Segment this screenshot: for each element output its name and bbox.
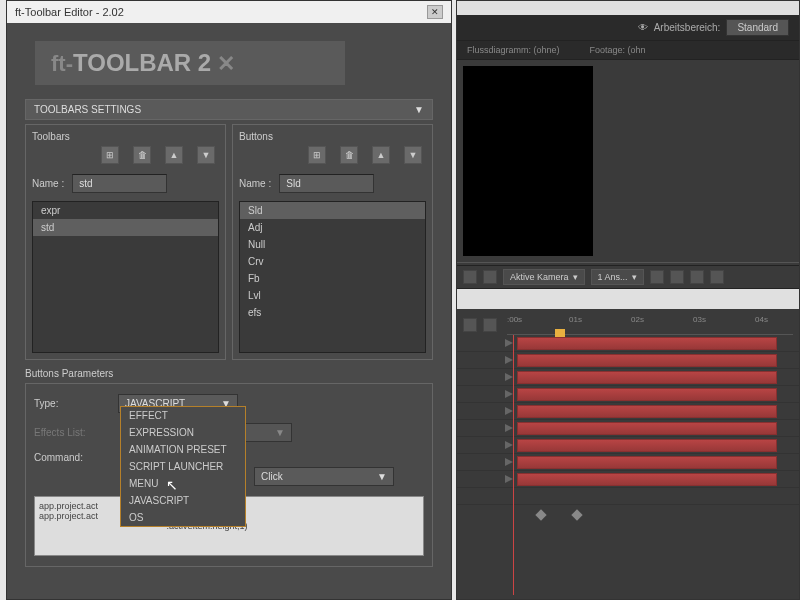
- menu-item-javascript[interactable]: JAVASCRIPT: [121, 492, 245, 509]
- list-item[interactable]: Crv: [240, 253, 425, 270]
- list-item[interactable]: Sld: [240, 202, 425, 219]
- expand-icon[interactable]: [505, 339, 513, 347]
- chevron-down-icon: ▾: [632, 272, 637, 282]
- click-dropdown[interactable]: Click ▼: [254, 467, 394, 486]
- workspace-label: Arbeitsbereich:: [654, 22, 721, 33]
- tool-icon[interactable]: [690, 270, 704, 284]
- list-item[interactable]: expr: [33, 202, 218, 219]
- close-icon[interactable]: ✕: [427, 5, 443, 19]
- buttons-panel: Buttons ⊞ 🗑 ▲ ▼ Name : Sld Adj Null Crv …: [232, 124, 433, 360]
- expand-icon[interactable]: [505, 390, 513, 398]
- expand-icon[interactable]: [505, 407, 513, 415]
- mask-icon[interactable]: [483, 270, 497, 284]
- keyframe-icon[interactable]: [535, 509, 546, 520]
- table-row[interactable]: [457, 386, 799, 403]
- name-label: Name :: [239, 178, 271, 189]
- chevron-down-icon: ▼: [414, 104, 424, 115]
- chevron-down-icon: ▾: [573, 272, 578, 282]
- time-ruler[interactable]: :00s 01s 02s 03s 04s: [507, 315, 793, 335]
- timeline-rows: [457, 335, 799, 517]
- window-title: ft-Toolbar Editor - 2.02: [15, 6, 124, 18]
- table-row[interactable]: [457, 335, 799, 352]
- tl-icon[interactable]: [483, 318, 497, 332]
- menu-item-os[interactable]: OS: [121, 509, 245, 526]
- views-dropdown[interactable]: 1 Ans...▾: [591, 269, 644, 285]
- add-icon[interactable]: ⊞: [101, 146, 119, 164]
- workspace-dropdown[interactable]: Standard: [726, 19, 789, 36]
- table-row[interactable]: [457, 488, 799, 505]
- table-row[interactable]: [457, 437, 799, 454]
- tab-footage[interactable]: Footage: (ohn: [590, 45, 646, 55]
- expand-icon[interactable]: [505, 356, 513, 364]
- ae-window: 👁 Arbeitsbereich: Standard Flussdiagramm…: [456, 0, 800, 600]
- toolbars-panel: Toolbars ⊞ 🗑 ▲ ▼ Name : expr std: [25, 124, 226, 360]
- list-item[interactable]: Adj: [240, 219, 425, 236]
- preview-viewport[interactable]: [463, 66, 593, 256]
- expand-icon[interactable]: [505, 441, 513, 449]
- table-row[interactable]: [457, 403, 799, 420]
- menu-item-menu[interactable]: MENU: [121, 475, 245, 492]
- table-row[interactable]: [457, 454, 799, 471]
- logo-area: ft-TOOLBAR 2 ✕: [7, 23, 451, 95]
- eye-icon[interactable]: 👁: [638, 22, 648, 33]
- menu-item-effect[interactable]: EFFECT: [121, 407, 245, 424]
- type-menu: EFFECT EXPRESSION ANIMATION PRESET SCRIP…: [120, 406, 246, 527]
- list-item[interactable]: Lvl: [240, 287, 425, 304]
- toolbar-name-input[interactable]: [72, 174, 167, 193]
- grid-icon[interactable]: [463, 270, 477, 284]
- playhead[interactable]: [513, 335, 514, 595]
- table-row[interactable]: [457, 471, 799, 488]
- list-item[interactable]: efs: [240, 304, 425, 321]
- expand-icon[interactable]: [505, 475, 513, 483]
- button-name-input[interactable]: [279, 174, 374, 193]
- chevron-down-icon: ▼: [275, 427, 285, 438]
- chevron-down-icon: ▼: [377, 471, 387, 482]
- up-icon[interactable]: ▲: [372, 146, 390, 164]
- expand-icon[interactable]: [505, 424, 513, 432]
- up-icon[interactable]: ▲: [165, 146, 183, 164]
- command-label: Command:: [34, 452, 110, 463]
- effects-label: Effects List:: [34, 427, 110, 438]
- add-icon[interactable]: ⊞: [308, 146, 326, 164]
- table-row[interactable]: [457, 369, 799, 386]
- tool-icon[interactable]: [670, 270, 684, 284]
- menu-item-script[interactable]: SCRIPT LAUNCHER: [121, 458, 245, 475]
- list-item[interactable]: Null: [240, 236, 425, 253]
- expand-icon[interactable]: [505, 458, 513, 466]
- keyframe-icon[interactable]: [571, 509, 582, 520]
- list-item[interactable]: Fb: [240, 270, 425, 287]
- delete-icon[interactable]: 🗑: [340, 146, 358, 164]
- toolbars-label: Toolbars: [32, 131, 219, 142]
- settings-label: TOOLBARS SETTINGS: [34, 104, 141, 115]
- params-label: Buttons Parameters: [25, 368, 433, 379]
- table-row[interactable]: [457, 352, 799, 369]
- type-label: Type:: [34, 398, 110, 409]
- tool-icon[interactable]: [710, 270, 724, 284]
- titlebar: ft-Toolbar Editor - 2.02 ✕: [7, 1, 451, 23]
- camera-dropdown[interactable]: Aktive Kamera▾: [503, 269, 585, 285]
- buttons-list[interactable]: Sld Adj Null Crv Fb Lvl efs: [239, 201, 426, 353]
- tl-icon[interactable]: [463, 318, 477, 332]
- down-icon[interactable]: ▼: [404, 146, 422, 164]
- expand-icon[interactable]: [505, 373, 513, 381]
- toolbars-list[interactable]: expr std: [32, 201, 219, 353]
- menu-item-expression[interactable]: EXPRESSION: [121, 424, 245, 441]
- table-row[interactable]: [457, 420, 799, 437]
- timeline: :00s 01s 02s 03s 04s: [457, 309, 799, 517]
- menu-item-preset[interactable]: ANIMATION PRESET: [121, 441, 245, 458]
- logo: ft-TOOLBAR 2 ✕: [35, 41, 345, 85]
- delete-icon[interactable]: 🗑: [133, 146, 151, 164]
- list-item[interactable]: std: [33, 219, 218, 236]
- tool-icon[interactable]: [650, 270, 664, 284]
- settings-dropdown[interactable]: TOOLBARS SETTINGS ▼: [25, 99, 433, 120]
- tab-flowchart[interactable]: Flussdiagramm: (ohne): [467, 45, 560, 55]
- name-label: Name :: [32, 178, 64, 189]
- buttons-label: Buttons: [239, 131, 426, 142]
- down-icon[interactable]: ▼: [197, 146, 215, 164]
